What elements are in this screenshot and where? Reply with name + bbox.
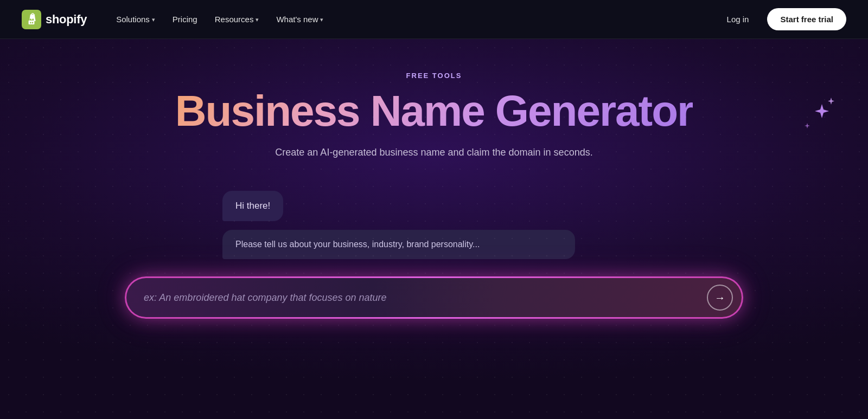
- input-inner: →: [126, 278, 742, 317]
- main-content: FREE TOOLS Business Name Generator Creat…: [0, 39, 868, 419]
- chevron-down-icon: ▾: [320, 16, 323, 23]
- chevron-down-icon: ▾: [256, 16, 259, 23]
- nav-whats-new[interactable]: What's new ▾: [269, 10, 331, 28]
- nav-right: Log in Start free trial: [719, 8, 846, 30]
- nav-resources[interactable]: Resources ▾: [207, 10, 267, 28]
- svg-rect-1: [29, 20, 35, 24]
- svg-rect-2: [30, 22, 31, 23]
- login-link[interactable]: Log in: [719, 10, 757, 28]
- navigation: shopify Solutions ▾ Pricing Resources ▾ …: [0, 0, 868, 39]
- page-subtitle: Create an AI-generated business name and…: [275, 147, 592, 158]
- nav-solutions[interactable]: Solutions ▾: [108, 10, 163, 28]
- shopify-logo[interactable]: shopify: [22, 10, 87, 29]
- chat-bubble-hi: Hi there!: [222, 191, 283, 221]
- start-free-trial-button[interactable]: Start free trial: [767, 8, 846, 30]
- business-description-input[interactable]: [144, 292, 707, 304]
- logo-text: shopify: [46, 12, 87, 27]
- page-title: Business Name Generator: [175, 88, 693, 134]
- svg-rect-3: [32, 22, 33, 23]
- submit-button[interactable]: →: [707, 285, 733, 311]
- nav-pricing[interactable]: Pricing: [165, 10, 205, 28]
- section-label: FREE TOOLS: [406, 72, 462, 80]
- input-wrapper: →: [125, 276, 743, 319]
- chat-bubble-prompt: Please tell us about your business, indu…: [222, 230, 575, 259]
- input-container: →: [92, 276, 776, 319]
- chevron-down-icon: ▾: [152, 16, 155, 23]
- chat-section: Hi there! Please tell us about your busi…: [190, 191, 678, 259]
- nav-links: Solutions ▾ Pricing Resources ▾ What's n…: [108, 10, 719, 28]
- arrow-right-icon: →: [714, 292, 725, 304]
- sparkle-decoration: [792, 93, 835, 139]
